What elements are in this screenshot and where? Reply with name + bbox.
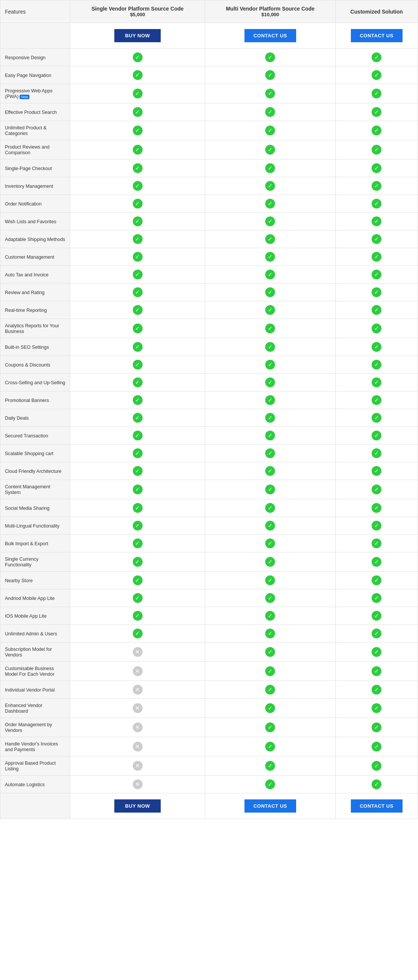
check-icon: ✓: [372, 628, 381, 638]
col1-check-cell: ✓: [70, 589, 205, 607]
col2-check-cell: ✓: [205, 266, 336, 283]
check-icon: ✓: [372, 70, 381, 80]
col2-check-cell: ✓: [205, 535, 336, 552]
feature-label: Customer Management: [5, 255, 54, 260]
col2-check-cell: ✓: [205, 499, 336, 517]
check-icon: ✓: [265, 70, 275, 80]
check-icon: ✓: [265, 666, 275, 676]
table-row: Real-time Reporting✓✓✓: [0, 301, 418, 319]
check-icon: ✓: [133, 503, 143, 513]
check-icon: ✓: [265, 538, 275, 548]
col1-bottom-btn-cell: BUY NOW: [70, 793, 205, 819]
feature-name-cell: Multi-Lingual Functionality: [0, 517, 70, 535]
check-icon: ✓: [372, 611, 381, 620]
col1-check-cell: ✓: [70, 552, 205, 572]
col1-check-cell: ✓: [70, 103, 205, 121]
col1-check-cell: ✓: [70, 445, 205, 462]
feature-label: Real-time Reporting: [5, 308, 47, 313]
check-icon: ✓: [133, 89, 143, 99]
feature-name-cell: Wish Lists and Favorites: [0, 213, 70, 231]
col3-check-cell: ✓: [335, 535, 418, 552]
col1-check-cell: ✓: [70, 140, 205, 159]
col3-contact-bottom-button[interactable]: CONTACT US: [351, 799, 402, 813]
table-row: Unlimited Product & Categories✓✓✓: [0, 121, 418, 140]
table-row: Analytics Reports for Your Business✓✓✓: [0, 319, 418, 338]
col2-check-cell: ✓: [205, 301, 336, 319]
col2-check-cell: ✓: [205, 84, 336, 103]
table-row: Customisable Business Model For Each Ven…: [0, 662, 418, 681]
col1-buy-now-bottom-button[interactable]: BUY NOW: [114, 799, 160, 813]
col2-check-cell: ✓: [205, 338, 336, 356]
feature-name-cell: Nearby Store: [0, 572, 70, 589]
check-icon: ✓: [133, 611, 143, 620]
features-label: Features: [5, 9, 26, 15]
check-icon: ✓: [372, 163, 381, 173]
col3-check-cell: ✓: [335, 681, 418, 699]
feature-label: Multi-Lingual Functionality: [5, 523, 60, 529]
col2-contact-bottom-button[interactable]: CONTACT US: [244, 799, 296, 813]
check-icon: ✓: [265, 145, 275, 154]
col3-check-cell: ✓: [335, 552, 418, 572]
feature-label: Single Currency Functionality: [5, 557, 38, 568]
feature-name-cell: Subscription Model for Vendors: [0, 643, 70, 662]
col2-contact-top-button[interactable]: CONTACT US: [244, 29, 296, 42]
col1-check-cell: ✓: [70, 283, 205, 301]
features-header: Features: [0, 0, 70, 23]
check-icon: ✓: [265, 377, 275, 387]
feature-label: Bulk Import & Export: [5, 541, 48, 546]
check-icon: ✓: [265, 252, 275, 262]
check-icon: ✓: [372, 538, 381, 548]
feature-name-cell: Easy Page Navigation: [0, 66, 70, 84]
check-icon: ✓: [372, 593, 381, 603]
check-icon: ✓: [372, 722, 381, 732]
feature-name-cell: Built-in SEO Settings: [0, 338, 70, 356]
col2-check-cell: ✓: [205, 248, 336, 266]
col1-check-cell: ✓: [70, 84, 205, 103]
table-row: Wish Lists and Favorites✓✓✓: [0, 213, 418, 231]
check-icon: ✓: [265, 342, 275, 352]
check-icon: ✓: [265, 628, 275, 638]
check-icon: ✓: [133, 377, 143, 387]
col3-check-cell: ✓: [335, 159, 418, 177]
col3-contact-top-button[interactable]: CONTACT US: [351, 29, 402, 42]
feature-name-cell: Coupons & Discounts: [0, 356, 70, 374]
col1-check-cell: ✓: [70, 319, 205, 338]
col3-check-cell: ✓: [335, 177, 418, 195]
check-icon: ✓: [265, 780, 275, 789]
col3-top-btn-cell: CONTACT US: [335, 23, 418, 49]
check-icon: ✓: [372, 181, 381, 191]
cross-icon: ✕: [133, 780, 143, 789]
feature-name-cell: Effective Product Search: [0, 103, 70, 121]
col2-check-cell: ✓: [205, 681, 336, 699]
cross-icon: ✕: [133, 647, 143, 657]
col3-check-cell: ✓: [335, 699, 418, 718]
feature-label: Promotional Banners: [5, 398, 49, 403]
check-icon: ✓: [265, 216, 275, 226]
col1-check-cell: ✓: [70, 374, 205, 391]
col3-check-cell: ✓: [335, 625, 418, 643]
col1-check-cell: ✓: [70, 49, 205, 66]
feature-label: Coupons & Discounts: [5, 362, 50, 368]
check-icon: ✓: [265, 685, 275, 695]
col1-buy-now-top-button[interactable]: BUY NOW: [114, 29, 160, 42]
table-row: Andriod Mobile App Lite✓✓✓: [0, 589, 418, 607]
check-icon: ✓: [372, 52, 381, 62]
check-icon: ✓: [265, 52, 275, 62]
feature-name-cell: Daily Deals: [0, 409, 70, 427]
check-icon: ✓: [133, 126, 143, 135]
col3-check-cell: ✓: [335, 391, 418, 409]
check-icon: ✓: [133, 234, 143, 244]
check-icon: ✓: [372, 342, 381, 352]
col1-header: Single Vendor Platform Source Code $5,00…: [70, 0, 205, 23]
table-row: Cloud Friendly Architecture✓✓✓: [0, 462, 418, 480]
feature-name-cell: Unlimited Product & Categories: [0, 121, 70, 140]
check-icon: ✓: [133, 575, 143, 585]
col3-check-cell: ✓: [335, 462, 418, 480]
col1-check-cell: ✓: [70, 391, 205, 409]
col2-header: Multi Vendor Platform Source Code $10,00…: [205, 0, 336, 23]
col2-check-cell: ✓: [205, 283, 336, 301]
check-icon: ✓: [265, 163, 275, 173]
col3-check-cell: ✓: [335, 121, 418, 140]
col2-check-cell: ✓: [205, 776, 336, 793]
col1-check-cell: ✕: [70, 718, 205, 737]
